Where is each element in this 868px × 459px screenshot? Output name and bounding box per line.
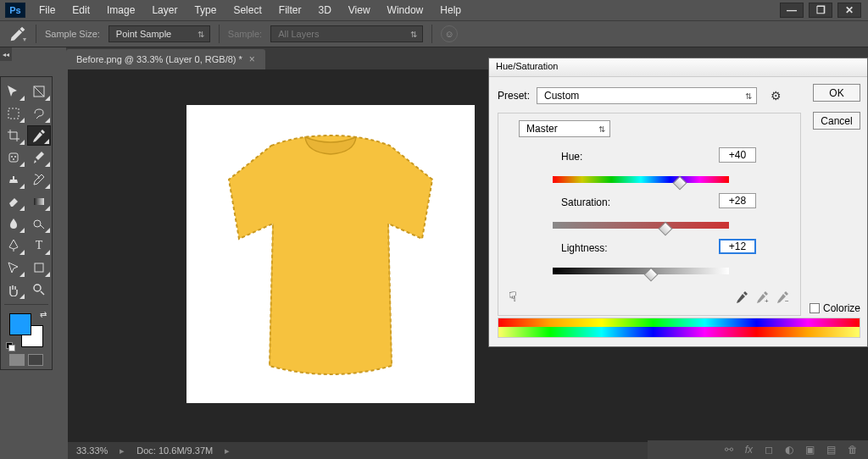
tab-close-icon[interactable]: × xyxy=(249,53,255,65)
svg-rect-2 xyxy=(9,153,18,162)
lightness-slider-thumb[interactable] xyxy=(644,268,659,282)
new-layer-icon[interactable]: ▤ xyxy=(826,444,836,456)
eraser-tool[interactable] xyxy=(2,191,25,212)
svg-text:−: − xyxy=(785,297,789,304)
eyedropper-subtract-icon[interactable]: − xyxy=(775,290,790,305)
path-selection-tool[interactable] xyxy=(2,257,25,278)
colorize-label: Colorize xyxy=(823,302,860,314)
svg-rect-6 xyxy=(34,198,44,205)
sample-size-label: Sample Size: xyxy=(45,29,100,39)
targeted-adjust-icon[interactable]: ☟ xyxy=(509,289,517,305)
artboard xyxy=(186,105,475,403)
menu-window[interactable]: Window xyxy=(379,1,432,19)
menu-file[interactable]: File xyxy=(31,1,64,19)
eyedropper-tool-icon[interactable]: ▾ xyxy=(8,25,27,43)
shape-tool[interactable] xyxy=(27,257,51,278)
svg-rect-1 xyxy=(8,108,19,119)
dialog-title: Hue/Saturation xyxy=(489,58,867,77)
color-swatches[interactable]: ⇄ xyxy=(6,310,47,351)
eyedropper-tool[interactable] xyxy=(27,125,51,146)
show-sampling-ring-icon[interactable]: ☺ xyxy=(441,25,458,42)
healing-brush-tool[interactable] xyxy=(2,147,25,168)
eyedropper-add-icon[interactable]: + xyxy=(754,290,770,305)
hue-label: Hue: xyxy=(561,151,582,163)
document-size[interactable]: Doc: 10.6M/9.37M xyxy=(136,445,213,456)
saturation-slider-track[interactable] xyxy=(553,222,729,229)
hue-slider-track[interactable] xyxy=(553,176,729,183)
spectrum-bar xyxy=(498,318,860,338)
menu-filter[interactable]: Filter xyxy=(270,1,310,19)
quickmask-mode-icon[interactable] xyxy=(28,354,43,366)
standard-mode-icon[interactable] xyxy=(9,354,25,366)
zoom-level[interactable]: 33.33% xyxy=(76,445,108,456)
menu-edit[interactable]: Edit xyxy=(64,1,98,19)
saturation-slider-thumb[interactable] xyxy=(659,222,673,236)
blur-tool[interactable] xyxy=(2,213,25,234)
window-restore-button[interactable]: ❐ xyxy=(809,3,832,18)
preset-settings-icon[interactable]: ⚙ xyxy=(771,89,782,102)
expand-panels-toggle[interactable]: ◂◂ xyxy=(0,47,12,61)
adjustment-panel: Master Hue: +40 Saturation: +28 xyxy=(498,113,801,316)
colorize-checkbox[interactable] xyxy=(810,303,820,313)
channel-dropdown[interactable]: Master xyxy=(519,120,610,137)
delete-layer-icon[interactable]: 🗑 xyxy=(848,444,858,456)
type-tool[interactable]: T xyxy=(27,235,51,256)
crop-tool[interactable] xyxy=(2,125,25,146)
default-colors-icon[interactable] xyxy=(6,342,14,351)
gradient-tool[interactable] xyxy=(27,191,51,212)
hue-input[interactable]: +40 xyxy=(719,147,756,163)
window-close-button[interactable]: ✕ xyxy=(837,3,861,18)
foreground-color-swatch[interactable] xyxy=(9,313,31,335)
menu-type[interactable]: Type xyxy=(186,1,225,19)
marquee-tool[interactable] xyxy=(2,103,25,124)
sample-size-dropdown[interactable]: Point Sample xyxy=(108,25,210,42)
link-layers-icon[interactable]: ⚯ xyxy=(725,444,733,456)
layers-panel-footer: ⚯ fx ◻ ◐ ▣ ▤ 🗑 xyxy=(648,440,868,459)
document-tab[interactable]: Before.png @ 33.3% (Layer 0, RGB/8) * × xyxy=(66,49,265,69)
artboard-tool[interactable] xyxy=(27,81,51,102)
pen-tool[interactable] xyxy=(2,235,25,256)
dodge-tool[interactable] xyxy=(27,213,51,234)
tshirt-image xyxy=(212,129,449,391)
preset-dropdown[interactable]: Custom xyxy=(537,87,757,104)
svg-point-9 xyxy=(34,285,41,291)
adjustment-layer-icon[interactable]: ◐ xyxy=(785,444,793,456)
svg-text:+: + xyxy=(765,297,769,304)
svg-point-7 xyxy=(34,220,41,227)
zoom-tool[interactable] xyxy=(27,279,51,300)
menu-layer[interactable]: Layer xyxy=(143,1,186,19)
lightness-slider-track[interactable] xyxy=(553,268,729,274)
saturation-input[interactable]: +28 xyxy=(719,193,756,208)
hue-saturation-dialog: Hue/Saturation Preset: Custom ⚙ Master H… xyxy=(488,58,868,347)
hand-tool[interactable] xyxy=(2,279,25,300)
svg-point-4 xyxy=(14,156,16,158)
menu-image[interactable]: Image xyxy=(98,1,143,19)
cancel-button[interactable]: Cancel xyxy=(813,112,860,130)
move-tool[interactable] xyxy=(2,81,25,102)
history-brush-tool[interactable] xyxy=(27,169,51,190)
layer-style-icon[interactable]: fx xyxy=(745,444,753,456)
menu-help[interactable]: Help xyxy=(431,1,470,19)
menu-view[interactable]: View xyxy=(340,1,379,19)
menu-select[interactable]: Select xyxy=(225,1,270,19)
layer-group-icon[interactable]: ▣ xyxy=(805,444,815,456)
sample-layers-dropdown: All Layers xyxy=(270,25,423,42)
ok-button[interactable]: OK xyxy=(813,84,860,102)
brush-tool[interactable] xyxy=(27,147,51,168)
clone-stamp-tool[interactable] xyxy=(2,169,25,190)
separator xyxy=(219,25,220,43)
lasso-tool[interactable] xyxy=(27,103,51,124)
saturation-label: Saturation: xyxy=(561,196,610,208)
separator xyxy=(36,25,36,43)
swap-colors-icon[interactable]: ⇄ xyxy=(40,310,47,319)
toolbox: T ⇄ xyxy=(0,76,53,370)
window-minimize-button[interactable]: — xyxy=(780,3,804,18)
options-bar: ▾ Sample Size: Point Sample Sample: All … xyxy=(0,20,868,47)
eyedropper-icon[interactable] xyxy=(734,290,749,305)
menubar: Ps File Edit Image Layer Type Select Fil… xyxy=(0,0,868,20)
lightness-input[interactable]: +12 xyxy=(719,239,756,254)
menu-3d[interactable]: 3D xyxy=(309,1,339,19)
sample-label: Sample: xyxy=(228,29,262,39)
hue-slider-thumb[interactable] xyxy=(672,176,687,191)
layer-mask-icon[interactable]: ◻ xyxy=(765,444,773,456)
